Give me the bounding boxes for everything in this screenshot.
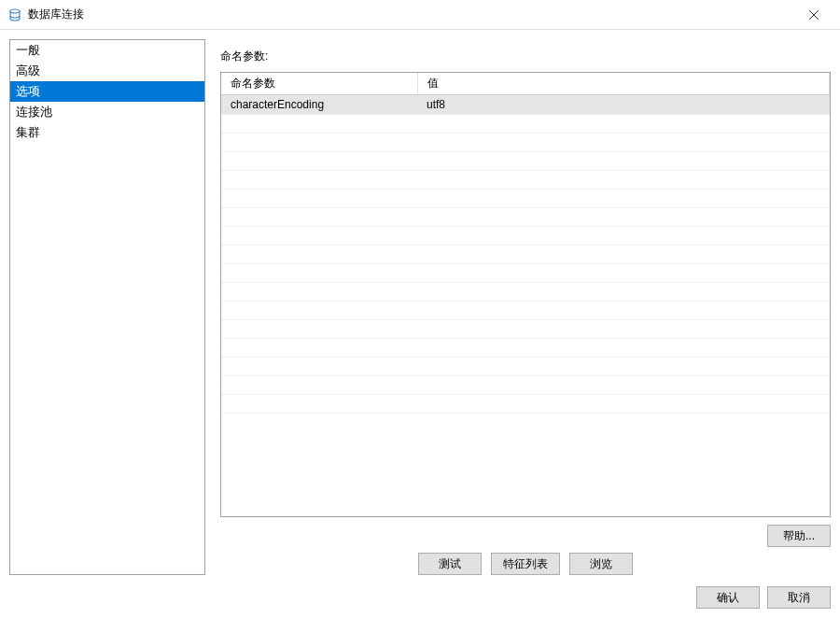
cell-param-name[interactable]: characterEncoding (221, 95, 417, 115)
center-buttons: 测试 特征列表 浏览 (220, 553, 831, 575)
titlebar: 数据库连接 (0, 0, 840, 30)
table-row-empty[interactable] (221, 376, 830, 395)
col-header-value[interactable]: 值 (417, 73, 830, 95)
cell-param-value[interactable]: utf8 (417, 95, 830, 115)
database-icon (7, 7, 22, 22)
sidebar-item-options[interactable]: 选项 (10, 81, 204, 102)
table-row-empty[interactable] (221, 152, 830, 171)
table-row-empty[interactable] (221, 133, 830, 152)
table-row-empty[interactable] (221, 115, 830, 133)
table-row-empty[interactable] (221, 320, 830, 339)
table-row-empty[interactable] (221, 264, 830, 283)
sidebar-item-general[interactable]: 一般 (10, 40, 204, 61)
sidebar-item-cluster[interactable]: 集群 (10, 122, 204, 143)
table-row-empty[interactable] (221, 246, 830, 264)
table-row[interactable]: characterEncoding utf8 (221, 95, 830, 115)
table-row-empty[interactable] (221, 302, 830, 320)
svg-point-0 (10, 9, 20, 13)
help-row: 帮助... (220, 525, 831, 547)
sidebar-item-pool[interactable]: 连接池 (10, 102, 204, 122)
dialog-buttons: 确认 取消 (696, 586, 831, 609)
table-row-empty[interactable] (221, 190, 830, 208)
table-row-empty[interactable] (221, 283, 830, 302)
browse-button[interactable]: 浏览 (569, 553, 633, 575)
sidebar-item-advanced[interactable]: 高级 (10, 61, 204, 81)
feature-list-button[interactable]: 特征列表 (491, 553, 560, 575)
table-row-empty[interactable] (221, 208, 830, 227)
main-panel: 命名参数: 命名参数 值 characterEncoding utf8 (205, 39, 831, 575)
help-button[interactable]: 帮助... (767, 525, 831, 547)
table-row-empty[interactable] (221, 395, 830, 414)
window-title: 数据库连接 (28, 7, 84, 22)
ok-button[interactable]: 确认 (696, 586, 760, 609)
col-header-name[interactable]: 命名参数 (221, 73, 417, 95)
section-label: 命名参数: (220, 49, 831, 64)
test-button[interactable]: 测试 (418, 553, 482, 575)
sidebar: 一般 高级 选项 连接池 集群 (9, 39, 205, 575)
table-row-empty[interactable] (221, 339, 830, 358)
cancel-button[interactable]: 取消 (767, 586, 831, 609)
close-button[interactable] (795, 0, 833, 29)
table-row-empty[interactable] (221, 227, 830, 246)
content-area: 一般 高级 选项 连接池 集群 命名参数: 命名参数 值 characterEn… (0, 30, 840, 575)
params-table-wrap: 命名参数 值 characterEncoding utf8 (220, 72, 831, 517)
table-row-empty[interactable] (221, 358, 830, 376)
params-table[interactable]: 命名参数 值 characterEncoding utf8 (221, 73, 830, 414)
table-row-empty[interactable] (221, 171, 830, 190)
